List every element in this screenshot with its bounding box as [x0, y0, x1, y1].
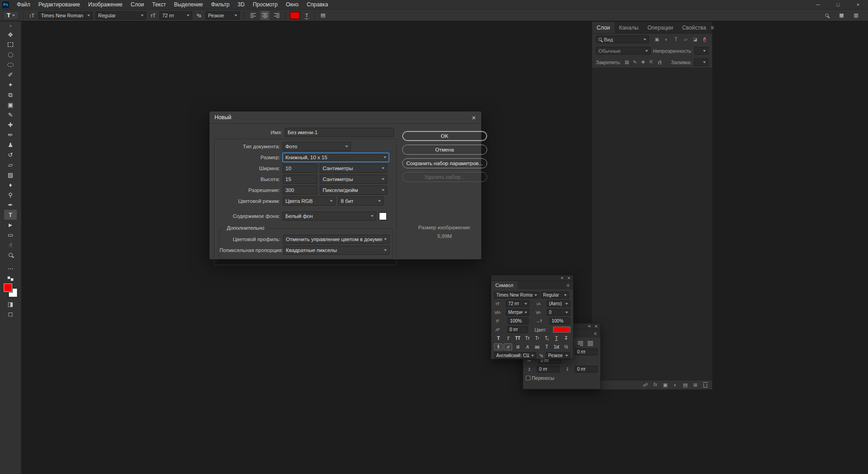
collapse-panel-icon[interactable]: « — [588, 324, 591, 328]
font-size-select[interactable]: 72 пт — [160, 11, 192, 20]
filter-toggle-icon[interactable] — [701, 35, 708, 43]
menu-item[interactable]: Окно — [282, 0, 303, 9]
lock-image-pixels-icon[interactable]: ✎ — [632, 59, 639, 66]
filter-type-layers-icon[interactable]: T — [672, 35, 680, 43]
anti-alias-select[interactable]: Резкое — [205, 11, 240, 20]
panel-menu-icon[interactable]: ≡ — [590, 329, 600, 338]
foreground-color-swatch[interactable] — [4, 283, 12, 292]
space-after-input[interactable] — [575, 366, 598, 373]
elliptical-marquee-tool[interactable] — [4, 50, 17, 60]
blur-tool[interactable]: ♦ — [4, 180, 17, 190]
filter-pixel-layers-icon[interactable]: ▣ — [653, 35, 661, 43]
char-anti-alias-select[interactable]: Резкое — [546, 352, 570, 359]
delete-preset-button[interactable]: Удалить набор... — [402, 172, 487, 182]
spot-healing-brush-tool[interactable]: ✚ — [4, 120, 17, 130]
underline-button[interactable]: T — [552, 335, 561, 342]
layers-list[interactable] — [592, 68, 712, 380]
faux-bold-button[interactable]: T — [494, 335, 503, 342]
contextual-alternates-button[interactable]: ơ — [504, 343, 512, 350]
small-caps-button[interactable]: Tт — [523, 335, 532, 342]
menu-item[interactable]: Изображение — [84, 0, 127, 9]
all-caps-button[interactable]: TT — [514, 335, 522, 342]
layer-mask-icon[interactable]: ▣ — [662, 382, 668, 388]
pen-tool[interactable]: ✒ — [4, 200, 17, 210]
toggle-panels-icon[interactable]: ▤ — [319, 11, 327, 20]
close-panel-icon[interactable]: × — [595, 324, 598, 329]
clone-stamp-tool[interactable]: ♟ — [4, 140, 17, 150]
superscript-button[interactable]: T¹ — [533, 335, 541, 342]
bit-depth-select[interactable]: 8 бит — [338, 197, 384, 206]
space-before-input[interactable] — [537, 366, 559, 373]
workspace-switcher-icon[interactable]: ▦ — [838, 11, 845, 20]
magic-wand-tool[interactable]: ✦ — [4, 80, 17, 90]
subscript-button[interactable]: T₁ — [542, 335, 551, 342]
dialog-titlebar[interactable]: Новый × — [210, 111, 481, 124]
char-font-size-select[interactable]: 72 пт — [506, 300, 529, 307]
dialog-close-icon[interactable]: × — [472, 114, 476, 121]
collapse-panel-icon[interactable]: « — [561, 276, 564, 280]
rectangle-tool[interactable]: ▭ — [4, 230, 17, 240]
maximize-button[interactable]: □ — [828, 0, 848, 9]
screen-mode-icon[interactable]: ◻ — [4, 309, 17, 319]
tool-preset-picker[interactable]: T — [3, 11, 19, 20]
baseline-shift-input[interactable] — [507, 326, 528, 333]
vertical-scale-input[interactable] — [508, 318, 529, 324]
close-panel-icon[interactable]: × — [568, 276, 570, 281]
fill-select[interactable] — [694, 58, 708, 66]
delete-layer-icon[interactable] — [702, 382, 708, 388]
language-select[interactable]: Английский: США — [494, 352, 536, 359]
tab-character[interactable]: Символ — [491, 281, 518, 289]
menu-item[interactable]: Слои — [127, 0, 148, 9]
panel-header[interactable]: « × — [491, 275, 573, 281]
layer-search-box[interactable]: Вид — [596, 35, 649, 43]
layer-effects-icon[interactable]: fx — [652, 382, 658, 388]
tab-actions[interactable]: Операции — [643, 22, 678, 33]
hyphenate-checkbox[interactable] — [526, 376, 530, 380]
swash-button[interactable]: A — [523, 343, 532, 350]
background-select[interactable]: Белый фон — [283, 212, 376, 221]
justify-last-right-button[interactable] — [576, 340, 584, 347]
filter-smart-objects-icon[interactable]: ◪ — [691, 35, 699, 43]
text-orientation-icon[interactable]: ↕T — [28, 11, 35, 20]
lock-position-icon[interactable]: ✥ — [640, 59, 647, 66]
default-colors-icon[interactable] — [7, 276, 14, 281]
strikethrough-button[interactable]: T — [562, 335, 570, 342]
rectangular-marquee-tool[interactable] — [4, 40, 17, 50]
ligatures-button[interactable]: fi — [494, 343, 503, 350]
cancel-button[interactable]: Отмена — [402, 145, 487, 155]
filter-shape-layers-icon[interactable]: ▱ — [682, 35, 689, 43]
leading-select[interactable]: (Авто) — [547, 300, 570, 307]
text-color-swatch[interactable] — [553, 327, 570, 333]
font-style-select[interactable]: Regular — [95, 11, 146, 20]
resolution-unit-select[interactable]: Пиксели/дюйм — [320, 186, 387, 195]
fractions-button[interactable]: ½ — [562, 343, 570, 350]
height-unit-select[interactable]: Сантиметры — [320, 175, 387, 184]
height-input[interactable] — [283, 175, 317, 184]
lasso-tool[interactable] — [4, 60, 17, 70]
close-button[interactable]: × — [848, 0, 868, 9]
brush-tool[interactable]: ✏ — [4, 130, 17, 140]
color-profile-select[interactable]: Отменить управление цветом в документе — [283, 235, 389, 244]
resolution-input[interactable] — [283, 186, 317, 195]
color-mode-select[interactable]: Цвета RGB — [283, 197, 335, 206]
faux-italic-button[interactable]: T — [504, 335, 512, 342]
blend-mode-select[interactable]: Обычные — [596, 47, 651, 55]
collapse-toolbar-icon[interactable]: » — [9, 22, 11, 30]
move-tool[interactable]: ✥ — [4, 30, 17, 40]
doc-type-select[interactable]: Фото — [283, 142, 351, 151]
link-layers-icon[interactable]: ☍ — [642, 382, 649, 388]
right-indent-input[interactable] — [575, 348, 598, 355]
filter-adjustment-layers-icon[interactable]: ◐ — [663, 35, 670, 43]
minimize-button[interactable]: ─ — [808, 0, 828, 9]
font-family-select[interactable]: Times New Roman — [38, 11, 93, 20]
panel-menu-icon[interactable]: ≡ — [563, 281, 573, 289]
char-font-family-select[interactable]: Times New Roman — [494, 292, 539, 298]
tab-channels[interactable]: Каналы — [614, 22, 643, 33]
menu-item[interactable]: Справка — [303, 0, 332, 9]
name-input[interactable] — [285, 128, 394, 137]
hand-tool[interactable]: ☝ — [4, 240, 17, 250]
menu-item[interactable]: Текст — [148, 0, 170, 9]
crop-tool[interactable]: ⧉ — [4, 90, 17, 100]
layer-group-icon[interactable]: ▤ — [682, 382, 688, 388]
save-preset-button[interactable]: Сохранить набор параметров... — [402, 158, 487, 168]
